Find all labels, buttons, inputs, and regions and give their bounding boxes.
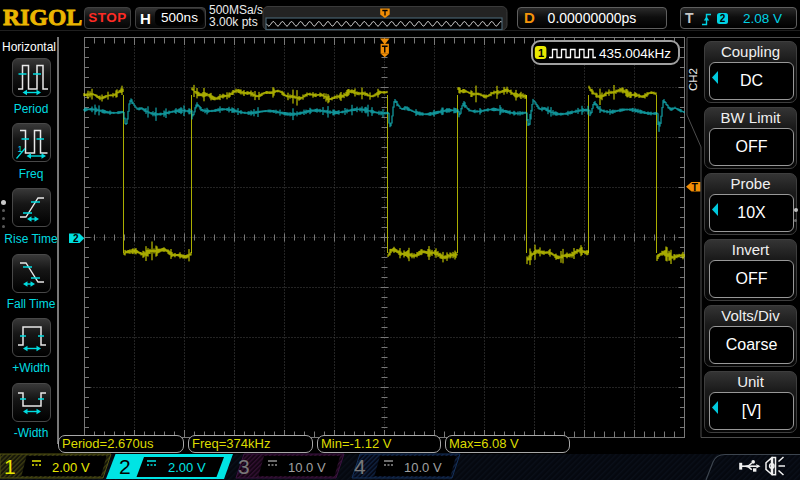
svg-text:10.0 V: 10.0 V <box>404 460 442 475</box>
svg-text:4: 4 <box>354 455 366 478</box>
svg-text:2: 2 <box>119 455 131 478</box>
svg-text:3: 3 <box>238 455 250 478</box>
svg-text:1: 1 <box>4 455 16 478</box>
svg-text:2.00 V: 2.00 V <box>52 460 90 475</box>
svg-text:1: 1 <box>538 47 544 59</box>
svg-text:10.0 V: 10.0 V <box>288 460 326 475</box>
svg-text:2: 2 <box>73 233 79 244</box>
svg-text:2.00 V: 2.00 V <box>168 460 206 475</box>
svg-text:435.004kHz: 435.004kHz <box>599 46 671 61</box>
